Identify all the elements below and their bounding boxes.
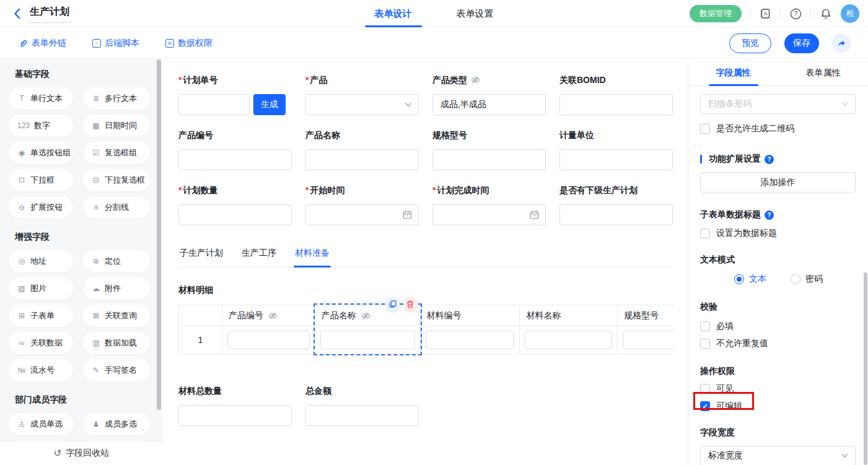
sidebar-item[interactable]: ☁附件	[83, 277, 150, 300]
data-title-checkbox-row[interactable]: 设置为数据标题	[700, 228, 856, 238]
field-input[interactable]	[559, 204, 673, 225]
form-field[interactable]: 总金额	[305, 386, 419, 426]
form-field[interactable]: 材料总数量	[178, 386, 292, 426]
sidebar-item[interactable]: ⊠关联查询	[83, 305, 150, 327]
form-field[interactable]: 关联BOMID	[559, 75, 673, 115]
field-input[interactable]	[178, 149, 292, 170]
back-button[interactable]	[10, 7, 24, 20]
form-field[interactable]: *开始时间7	[305, 185, 419, 225]
save-button[interactable]: 保存	[784, 33, 819, 53]
subform-column[interactable]: 规格型号	[617, 305, 673, 354]
add-action-button[interactable]: 添加操作	[700, 172, 856, 193]
barcode-select[interactable]: 扫描条形码	[700, 94, 856, 114]
form-field[interactable]: 是否有下级生产计划	[559, 185, 673, 225]
cell-input[interactable]	[525, 331, 612, 349]
preview-button[interactable]: 预览	[729, 33, 771, 53]
sidebar-scrollbar[interactable]	[157, 59, 161, 410]
form-field[interactable]: 计量单位	[559, 130, 673, 170]
sidebar-item[interactable]: ⊕定位	[83, 250, 150, 272]
field-input[interactable]	[305, 204, 419, 225]
cell-input[interactable]	[426, 331, 515, 349]
qr-checkbox[interactable]	[700, 124, 710, 134]
sidebar-item[interactable]: ▥数据加载	[83, 332, 150, 354]
sidebar-item[interactable]: №流水号	[9, 359, 73, 381]
notification-bell-icon[interactable]	[819, 7, 833, 20]
sidebar-item[interactable]: ≣多行文本	[83, 87, 150, 110]
sidebar-item[interactable]: ♙成员单选	[9, 413, 73, 435]
cell-input[interactable]	[320, 331, 415, 349]
sidebar-item[interactable]: T单行文本	[9, 87, 73, 110]
cell-input[interactable]	[227, 331, 310, 349]
field-input[interactable]	[559, 94, 673, 115]
subform-tab[interactable]: 生产工序	[240, 245, 278, 267]
sidebar-item[interactable]: ◎地址	[9, 250, 73, 272]
required-checkbox[interactable]	[700, 321, 710, 331]
field-input[interactable]	[305, 405, 419, 426]
delete-column-button[interactable]	[403, 297, 417, 311]
sidebar-item[interactable]: ☑复选框组	[83, 142, 150, 164]
sidebar-item[interactable]: ◉单选按钮组	[9, 142, 73, 164]
form-field[interactable]: *计划单号生成	[178, 75, 292, 115]
field-recycle-bin-button[interactable]: ↺ 字段回收站	[0, 441, 163, 465]
field-width-select[interactable]: 标准宽度	[700, 446, 856, 465]
tab-form-properties[interactable]: 表单属性	[778, 59, 868, 85]
visible-checkbox[interactable]	[700, 384, 710, 394]
field-input[interactable]: 成品,半成品	[432, 94, 546, 115]
form-field[interactable]: *计划数量	[178, 185, 292, 225]
sidebar-item[interactable]: ▧图片	[9, 277, 73, 300]
sidebar-item[interactable]: ⊞子表单	[9, 305, 73, 327]
sidebar-item[interactable]: 123数字	[9, 115, 73, 137]
help-circle-icon[interactable]: ?	[765, 155, 774, 164]
help-circle-icon[interactable]: ?	[765, 211, 774, 220]
field-input[interactable]	[178, 94, 250, 115]
contacts-book-icon[interactable]: A	[758, 7, 772, 20]
subform-tab[interactable]: 子生产计划	[178, 245, 224, 267]
field-input[interactable]	[432, 204, 546, 225]
sidebar-item[interactable]: ⊟下拉复选框	[83, 169, 150, 191]
field-input[interactable]	[178, 204, 292, 225]
text-mode-radio[interactable]: 密码	[791, 274, 823, 285]
panel-scrollbar[interactable]	[864, 272, 867, 465]
no-duplicate-checkbox[interactable]	[700, 339, 710, 349]
generate-button[interactable]: 生成	[253, 94, 286, 115]
editable-checkbox[interactable]: ✓	[700, 401, 710, 411]
required-checkbox-row[interactable]: 必填	[700, 321, 856, 331]
share-button[interactable]	[832, 34, 851, 53]
form-field[interactable]: 规格型号	[432, 130, 546, 170]
tab-field-properties[interactable]: 字段属性	[688, 59, 778, 85]
sidebar-item[interactable]: ▦日期时间	[83, 115, 150, 137]
user-avatar[interactable]: 检	[841, 4, 859, 23]
no-duplicate-checkbox-row[interactable]: 不允许重复值	[700, 339, 856, 349]
subform-column[interactable]: 产品编号	[222, 305, 315, 354]
field-input[interactable]	[559, 149, 673, 170]
sidebar-item[interactable]: ≡分割线	[83, 196, 150, 219]
form-external-link[interactable]: 表单外链	[19, 38, 66, 49]
tab-form-design[interactable]: 表单设计	[371, 0, 416, 27]
field-input[interactable]	[305, 149, 419, 170]
subform-column[interactable]: 材料名称	[519, 305, 617, 354]
form-field[interactable]: 产品编号	[178, 130, 292, 170]
tab-form-settings[interactable]: 表单设置	[453, 0, 498, 27]
subform-column-selected[interactable]: 产品名称	[315, 305, 420, 354]
help-icon[interactable]: ?	[789, 7, 802, 20]
sidebar-item[interactable]: ♟成员多选	[83, 413, 150, 435]
data-title-checkbox[interactable]	[700, 228, 710, 238]
editable-checkbox-row[interactable]: ✓ 可编辑	[700, 401, 856, 411]
cell-input[interactable]	[623, 331, 673, 349]
copy-column-button[interactable]	[386, 297, 400, 311]
data-manage-button[interactable]: 数据管理	[690, 5, 742, 22]
sidebar-item[interactable]: ⊡下拉框	[9, 169, 73, 191]
form-field[interactable]: 产品名称	[305, 130, 419, 170]
qr-checkbox-row[interactable]: 是否允许生成二维码	[700, 124, 856, 134]
data-permission-link[interactable]: ılı 数据权限	[165, 38, 213, 49]
sidebar-item[interactable]: ✎手写签名	[83, 359, 150, 381]
backend-script-link[interactable]: ~ 后端脚本	[92, 38, 139, 49]
field-input[interactable]	[432, 149, 546, 170]
subform-column[interactable]: 材料编号	[420, 305, 520, 354]
text-mode-radio[interactable]: 文本	[734, 274, 766, 285]
field-input[interactable]	[178, 405, 292, 426]
sidebar-item[interactable]: ⊖扩展按钮	[9, 196, 73, 219]
subform-tab[interactable]: 材料准备	[294, 245, 331, 267]
field-select[interactable]	[305, 94, 419, 115]
sidebar-item[interactable]: ∞关联数据	[9, 332, 73, 354]
